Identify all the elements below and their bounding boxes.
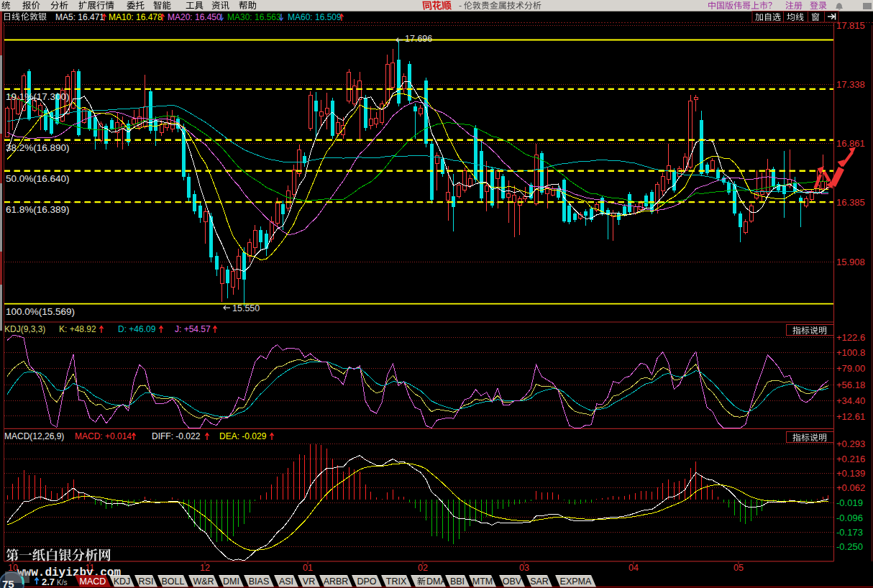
svg-text:16.861: 16.861 [836, 138, 865, 149]
svg-text:17.696: 17.696 [405, 34, 432, 44]
svg-text:K/s: K/s [57, 579, 67, 587]
svg-text:+122.6: +122.6 [836, 332, 865, 343]
svg-text:50.0%(16.640): 50.0%(16.640) [6, 173, 70, 184]
svg-text:SAR: SAR [530, 576, 549, 587]
svg-text:15.550: 15.550 [232, 303, 260, 313]
svg-text:+0.293: +0.293 [836, 438, 865, 449]
svg-text:61.8%(16.389): 61.8%(16.389) [6, 204, 70, 215]
svg-text:KDJ: KDJ [114, 576, 131, 587]
svg-text:02: 02 [418, 563, 428, 573]
svg-text:03: 03 [519, 563, 529, 573]
svg-text:19.1%(17.300): 19.1%(17.300) [6, 91, 70, 102]
svg-text:+0.062: +0.062 [836, 482, 865, 493]
svg-text:04: 04 [629, 563, 639, 573]
svg-text:2.7: 2.7 [42, 576, 55, 587]
svg-text:01: 01 [303, 563, 313, 573]
svg-text:100.0%(15.569): 100.0%(15.569) [6, 306, 75, 317]
svg-text:MA10: 16.478: MA10: 16.478 [109, 12, 163, 22]
svg-text:MACD(12,26,9): MACD(12,26,9) [4, 431, 64, 441]
svg-text:DMA: DMA [426, 576, 447, 587]
svg-text:-0.019: -0.019 [836, 497, 863, 508]
svg-text:J: +54.57: J: +54.57 [175, 324, 211, 334]
svg-text:VR: VR [303, 576, 315, 587]
svg-text:BBI: BBI [450, 576, 465, 587]
svg-text:KDJ(9,3,3): KDJ(9,3,3) [4, 324, 45, 334]
svg-text:DPO: DPO [357, 576, 376, 587]
svg-text:10: 10 [8, 563, 18, 573]
svg-text:MA60: 16.509: MA60: 16.509 [288, 12, 342, 22]
svg-text:K: +48.92: K: +48.92 [59, 324, 96, 334]
svg-text:MA20: 16.450: MA20: 16.450 [168, 12, 221, 22]
svg-text:TRIX: TRIX [386, 576, 407, 587]
svg-text:MACD: +0.014: MACD: +0.014 [75, 431, 132, 441]
svg-text:BIAS: BIAS [249, 576, 270, 587]
svg-text:DIFF: -0.022: DIFF: -0.022 [152, 431, 201, 441]
svg-text:+0.216: +0.216 [836, 454, 865, 464]
svg-text:RSI: RSI [139, 576, 154, 587]
svg-text:-0.173: -0.173 [836, 527, 863, 538]
svg-text:MACD: MACD [80, 576, 106, 587]
svg-text:12: 12 [200, 563, 210, 573]
svg-text:OBV: OBV [503, 576, 522, 587]
svg-text:+34.40: +34.40 [836, 395, 865, 406]
svg-text:BOLL: BOLL [162, 576, 185, 587]
svg-text:MA30: 16.563: MA30: 16.563 [227, 12, 281, 22]
svg-text:38.2%(16.890): 38.2%(16.890) [6, 142, 70, 153]
svg-text:MTM: MTM [472, 576, 493, 587]
svg-text:ASI: ASI [279, 576, 293, 587]
svg-text:17.815: 17.815 [836, 20, 865, 31]
svg-text:-0.250: -0.250 [836, 541, 863, 552]
svg-text:17.338: 17.338 [836, 79, 865, 90]
svg-text:16.385: 16.385 [836, 197, 865, 208]
svg-text:-0.096: -0.096 [836, 513, 863, 523]
svg-text:15.908: 15.908 [836, 257, 865, 267]
svg-text:05: 05 [733, 563, 744, 573]
svg-text:75: 75 [2, 578, 14, 588]
svg-text:W&R: W&R [193, 576, 214, 587]
svg-text:ARBR: ARBR [324, 576, 349, 587]
svg-text:DEA: -0.029: DEA: -0.029 [219, 431, 267, 441]
svg-text:+56.18: +56.18 [836, 380, 865, 390]
svg-text:D: +46.09: D: +46.09 [118, 324, 156, 334]
svg-text:+0.139: +0.139 [836, 468, 865, 479]
svg-text:+12.61: +12.61 [836, 411, 865, 422]
svg-text:EXPMA: EXPMA [560, 576, 592, 587]
svg-text:DMI: DMI [223, 576, 239, 587]
svg-text:+79.00: +79.00 [836, 363, 865, 374]
svg-text:MA5: 16.471: MA5: 16.471 [55, 12, 104, 22]
svg-text:+100.8: +100.8 [836, 347, 865, 358]
